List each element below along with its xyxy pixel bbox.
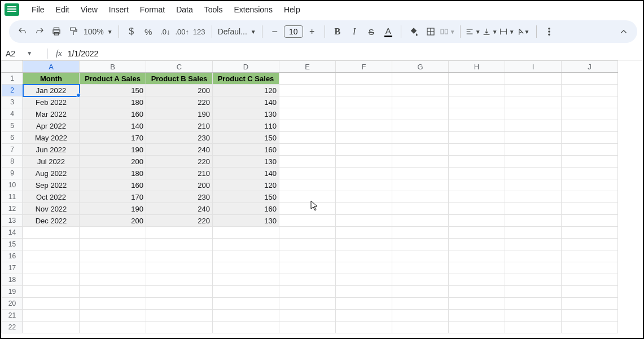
cell-D8[interactable]: 130 — [213, 156, 279, 168]
cell-A15[interactable] — [23, 239, 80, 250]
fill-color-button[interactable] — [406, 24, 422, 39]
cell-F20[interactable] — [336, 298, 392, 310]
cell-I9[interactable] — [505, 168, 562, 179]
cell-F14[interactable] — [336, 227, 392, 239]
italic-button[interactable]: I — [347, 24, 362, 39]
col-header-C[interactable]: C — [146, 61, 213, 73]
col-header-I[interactable]: I — [505, 61, 562, 73]
cell-I21[interactable] — [505, 310, 562, 322]
cell-A3[interactable]: Feb 2022 — [23, 96, 80, 108]
cell-D21[interactable] — [213, 310, 279, 322]
cell-D19[interactable] — [213, 286, 279, 298]
cell-H10[interactable] — [449, 179, 505, 191]
cell-J6[interactable] — [562, 132, 618, 144]
cell-B3[interactable]: 180 — [80, 96, 146, 108]
select-all-corner[interactable] — [2, 61, 23, 73]
text-color-button[interactable]: A — [380, 24, 396, 39]
row-header-16[interactable]: 16 — [2, 250, 23, 262]
menu-tools[interactable]: Tools — [199, 3, 229, 16]
cell-E11[interactable] — [279, 191, 336, 203]
cell-F17[interactable] — [336, 262, 392, 274]
wrap-button[interactable]: ▼ — [499, 24, 515, 39]
cell-C9[interactable]: 210 — [146, 168, 213, 179]
col-header-H[interactable]: H — [449, 61, 505, 73]
cell-C14[interactable] — [146, 227, 213, 239]
cell-H3[interactable] — [449, 96, 505, 108]
cell-D22[interactable] — [213, 322, 279, 333]
cell-G8[interactable] — [392, 156, 449, 168]
cell-C8[interactable]: 220 — [146, 156, 213, 168]
cell-E14[interactable] — [279, 227, 336, 239]
cell-E16[interactable] — [279, 250, 336, 262]
cell-H5[interactable] — [449, 120, 505, 132]
cell-G6[interactable] — [392, 132, 449, 144]
cell-I10[interactable] — [505, 179, 562, 191]
cell-F6[interactable] — [336, 132, 392, 144]
cell-G18[interactable] — [392, 274, 449, 286]
cell-C6[interactable]: 230 — [146, 132, 213, 144]
cell-C13[interactable]: 220 — [146, 215, 213, 227]
cell-G16[interactable] — [392, 250, 449, 262]
cell-E3[interactable] — [279, 96, 336, 108]
cell-B21[interactable] — [80, 310, 146, 322]
strikethrough-button[interactable]: S — [363, 24, 379, 39]
row-header-21[interactable]: 21 — [2, 310, 23, 322]
cell-E22[interactable] — [279, 322, 336, 333]
cell-E12[interactable] — [279, 203, 336, 215]
cell-H20[interactable] — [449, 298, 505, 310]
cell-E2[interactable] — [279, 85, 336, 96]
cell-D17[interactable] — [213, 262, 279, 274]
decrease-decimal-button[interactable]: .0↓ — [157, 24, 173, 39]
row-header-12[interactable]: 12 — [2, 203, 23, 215]
row-header-14[interactable]: 14 — [2, 227, 23, 239]
cell-J7[interactable] — [562, 144, 618, 156]
cell-A7[interactable]: Jun 2022 — [23, 144, 80, 156]
cell-C4[interactable]: 190 — [146, 108, 213, 120]
row-header-2[interactable]: 2 — [2, 85, 23, 96]
cell-A10[interactable]: Sep 2022 — [23, 179, 80, 191]
h-align-button[interactable]: ▼ — [465, 24, 481, 39]
cell-D15[interactable] — [213, 239, 279, 250]
cell-B11[interactable]: 170 — [80, 191, 146, 203]
row-header-7[interactable]: 7 — [2, 144, 23, 156]
cell-H22[interactable] — [449, 322, 505, 333]
col-header-D[interactable]: D — [213, 61, 279, 73]
row-header-9[interactable]: 9 — [2, 168, 23, 179]
cell-A8[interactable]: Jul 2022 — [23, 156, 80, 168]
cell-A18[interactable] — [23, 274, 80, 286]
cell-F18[interactable] — [336, 274, 392, 286]
cell-H15[interactable] — [449, 239, 505, 250]
cell-A20[interactable] — [23, 298, 80, 310]
cell-B19[interactable] — [80, 286, 146, 298]
cell-J5[interactable] — [562, 120, 618, 132]
cell-B16[interactable] — [80, 250, 146, 262]
cell-G22[interactable] — [392, 322, 449, 333]
cell-I13[interactable] — [505, 215, 562, 227]
cell-G20[interactable] — [392, 298, 449, 310]
col-header-A[interactable]: A — [23, 61, 80, 73]
cell-E10[interactable] — [279, 179, 336, 191]
cell-F10[interactable] — [336, 179, 392, 191]
cell-J2[interactable] — [562, 85, 618, 96]
cell-G9[interactable] — [392, 168, 449, 179]
cell-B20[interactable] — [80, 298, 146, 310]
bold-button[interactable]: B — [330, 24, 345, 39]
cell-C18[interactable] — [146, 274, 213, 286]
cell-J17[interactable] — [562, 262, 618, 274]
cell-C20[interactable] — [146, 298, 213, 310]
cell-C12[interactable]: 240 — [146, 203, 213, 215]
cell-J15[interactable] — [562, 239, 618, 250]
cell-G14[interactable] — [392, 227, 449, 239]
cell-G17[interactable] — [392, 262, 449, 274]
v-align-button[interactable]: ▼ — [482, 24, 498, 39]
cell-B4[interactable]: 160 — [80, 108, 146, 120]
row-header-8[interactable]: 8 — [2, 156, 23, 168]
cell-D10[interactable]: 120 — [213, 179, 279, 191]
merge-button[interactable]: ▼ — [440, 24, 455, 39]
cell-C21[interactable] — [146, 310, 213, 322]
cell-D4[interactable]: 130 — [213, 108, 279, 120]
undo-button[interactable] — [15, 24, 30, 39]
row-header-13[interactable]: 13 — [2, 215, 23, 227]
col-header-E[interactable]: E — [279, 61, 336, 73]
col-header-F[interactable]: F — [336, 61, 392, 73]
